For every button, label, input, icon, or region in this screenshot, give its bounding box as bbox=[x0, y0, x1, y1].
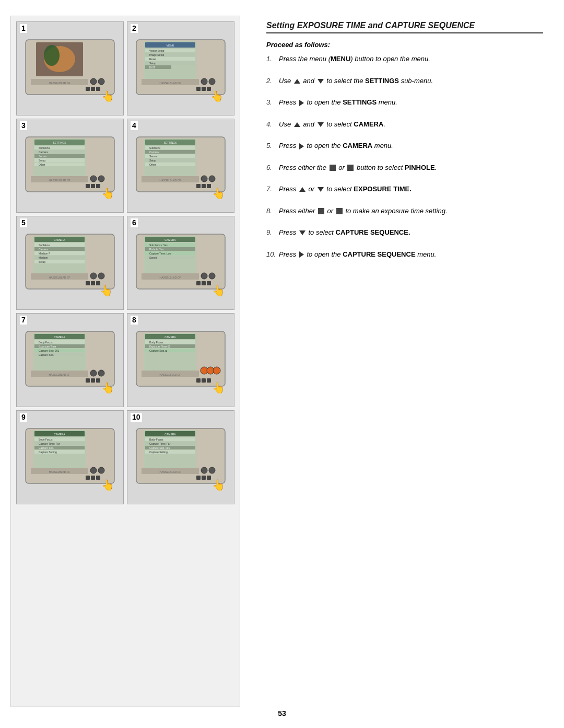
step-num-4: 4. bbox=[266, 119, 279, 130]
svg-point-7 bbox=[90, 78, 97, 85]
svg-text:Capture Seq.  001: Capture Seq. 001 bbox=[149, 446, 170, 449]
step-text-6: Press either the or button to select PIN… bbox=[279, 163, 543, 173]
svg-text:Capture Seq.: Capture Seq. bbox=[39, 446, 54, 449]
svg-text:CAMERA: CAMERA bbox=[164, 238, 176, 241]
svg-point-8 bbox=[98, 78, 104, 85]
svg-point-30 bbox=[201, 78, 207, 85]
svg-text:Sub Focus: Yes: Sub Focus: Yes bbox=[149, 244, 168, 247]
svg-text:SubMenu: SubMenu bbox=[39, 146, 50, 149]
svg-point-74 bbox=[201, 176, 207, 182]
svg-text:Setup: Setup bbox=[149, 159, 156, 162]
camera-cell-1: 1 HASSELBLAD CF bbox=[16, 21, 124, 115]
svg-rect-139 bbox=[91, 378, 95, 383]
svg-rect-159 bbox=[207, 378, 211, 383]
svg-text:Other: Other bbox=[39, 163, 45, 166]
step-8: 8. Press either or to make an exposure t… bbox=[266, 206, 543, 216]
step-6: 6. Press either the or button to select … bbox=[266, 163, 543, 173]
svg-text:CAMERA: CAMERA bbox=[54, 336, 65, 339]
camera-body-7: CAMERA Body Focus Exposure Time Capture … bbox=[17, 314, 123, 407]
step-text-10: Press to open the CAPTURE SEQUENCE menu. bbox=[279, 249, 543, 260]
svg-text:Vector Setup: Vector Setup bbox=[149, 49, 164, 52]
svg-text:Capture Setting: Capture Setting bbox=[39, 450, 57, 454]
page-number: 53 bbox=[278, 709, 286, 718]
svg-rect-76 bbox=[196, 184, 201, 188]
svg-text:Capture Seq.: Capture Seq. bbox=[39, 353, 54, 356]
svg-point-31 bbox=[209, 78, 215, 85]
svg-rect-33 bbox=[202, 87, 206, 91]
step-9: 9. Press to select CAPTURE SEQUENCE. bbox=[266, 227, 543, 238]
camera-cell-8: 8 CAMERA Body Focus Exposure Time 60 Cap… bbox=[127, 313, 234, 407]
svg-rect-119 bbox=[202, 281, 206, 285]
step-text-7: Press or to select EXPOSURE TIME. bbox=[279, 184, 543, 194]
svg-text:Capture Time: Far: Capture Time: Far bbox=[39, 442, 60, 445]
step-num-2: 2. bbox=[266, 76, 279, 86]
cell-number-4: 4 bbox=[131, 121, 138, 130]
svg-rect-99 bbox=[91, 281, 95, 285]
square-icon-8b bbox=[336, 208, 343, 214]
svg-text:SubMenu: SubMenu bbox=[39, 244, 50, 247]
page-container: 1 HASSELBLAD CF bbox=[0, 0, 564, 728]
svg-text:Capture Seq:  001: Capture Seq: 001 bbox=[39, 349, 59, 352]
cell-number-8: 8 bbox=[131, 316, 138, 325]
svg-point-117 bbox=[209, 273, 215, 279]
svg-text:Other: Other bbox=[149, 163, 156, 166]
right-arrow-icon-10 bbox=[299, 251, 304, 258]
step-1: 1. Press the menu (MENU) button to open … bbox=[266, 54, 543, 64]
svg-text:HASSELBLAD CF: HASSELBLAD CF bbox=[160, 82, 181, 85]
svg-text:Image Setup: Image Setup bbox=[149, 53, 164, 56]
svg-text:Camera: Camera bbox=[39, 151, 48, 154]
right-arrow-icon-3 bbox=[299, 100, 304, 106]
svg-rect-9 bbox=[86, 87, 90, 91]
svg-text:SubMenu: SubMenu bbox=[149, 146, 161, 149]
svg-point-75 bbox=[209, 176, 215, 182]
svg-text:Speed: Speed bbox=[149, 256, 157, 259]
down-arrow-icon-7 bbox=[318, 187, 324, 192]
svg-rect-77 bbox=[202, 184, 206, 188]
step-3: 3. Press to open the SETTINGS menu. bbox=[266, 97, 543, 108]
svg-rect-56 bbox=[96, 184, 100, 188]
step-4: 4. Use and to select CAMERA. bbox=[266, 119, 543, 130]
svg-text:👆: 👆 bbox=[212, 382, 225, 394]
camera-cell-10: 10 CAMERA Body Focus Capture Time: Far C… bbox=[127, 410, 234, 504]
svg-text:Setup: Setup bbox=[39, 159, 45, 162]
cell-number-7: 7 bbox=[20, 316, 27, 325]
svg-text:MENU: MENU bbox=[167, 44, 174, 47]
instructions-panel: Setting EXPOSURE TIME and CAPTURE SEQUEN… bbox=[251, 16, 554, 707]
step-text-9: Press to select CAPTURE SEQUENCE. bbox=[279, 227, 543, 238]
svg-rect-118 bbox=[196, 281, 201, 285]
svg-text:EXIT: EXIT bbox=[149, 66, 155, 69]
svg-text:Sensor: Sensor bbox=[149, 155, 158, 158]
step-num-8: 8. bbox=[266, 206, 279, 216]
svg-rect-11 bbox=[96, 87, 100, 91]
svg-point-97 bbox=[98, 273, 104, 279]
step-10: 10. Press to open the CAPTURE SEQUENCE m… bbox=[266, 249, 543, 260]
svg-text:Camera: Camera bbox=[39, 248, 48, 251]
camera-body-1: HASSELBLAD CF 👆 bbox=[17, 22, 123, 115]
svg-text:CAMERA: CAMERA bbox=[54, 433, 65, 436]
svg-rect-10 bbox=[91, 87, 95, 91]
step-num-5: 5. bbox=[266, 141, 279, 151]
svg-text:HASSELBLAD CF: HASSELBLAD CF bbox=[160, 179, 181, 182]
svg-text:Setup: Setup bbox=[39, 260, 45, 263]
up-arrow-icon-4 bbox=[294, 122, 300, 127]
svg-text:HASSELBLAD CF: HASSELBLAD CF bbox=[49, 470, 70, 473]
svg-text:👆: 👆 bbox=[212, 187, 225, 200]
square-icon-6a bbox=[330, 165, 336, 171]
svg-rect-98 bbox=[86, 281, 90, 285]
svg-rect-198 bbox=[202, 476, 206, 480]
svg-point-116 bbox=[201, 273, 207, 279]
step-text-2: Use and to select the SETTINGS sub-menu. bbox=[279, 76, 543, 86]
svg-rect-179 bbox=[96, 476, 100, 480]
camera-cell-6: 6 CAMERA Sub Focus: Yes Pinhole: Yes Cap… bbox=[127, 216, 234, 310]
svg-text:HASSELBLAD CF: HASSELBLAD CF bbox=[160, 470, 181, 473]
svg-rect-120 bbox=[207, 281, 211, 285]
svg-text:Body Focus: Body Focus bbox=[39, 438, 53, 441]
step-num-6: 6. bbox=[266, 163, 279, 173]
svg-text:👆: 👆 bbox=[101, 479, 114, 491]
svg-text:CAMERA: CAMERA bbox=[54, 238, 65, 241]
svg-rect-78 bbox=[207, 184, 211, 188]
svg-point-176 bbox=[98, 467, 104, 473]
step-num-9: 9. bbox=[266, 227, 279, 238]
camera-body-5: CAMERA SubMenu Camera Medium F Medium Se… bbox=[17, 216, 123, 309]
cell-number-6: 6 bbox=[131, 218, 138, 227]
